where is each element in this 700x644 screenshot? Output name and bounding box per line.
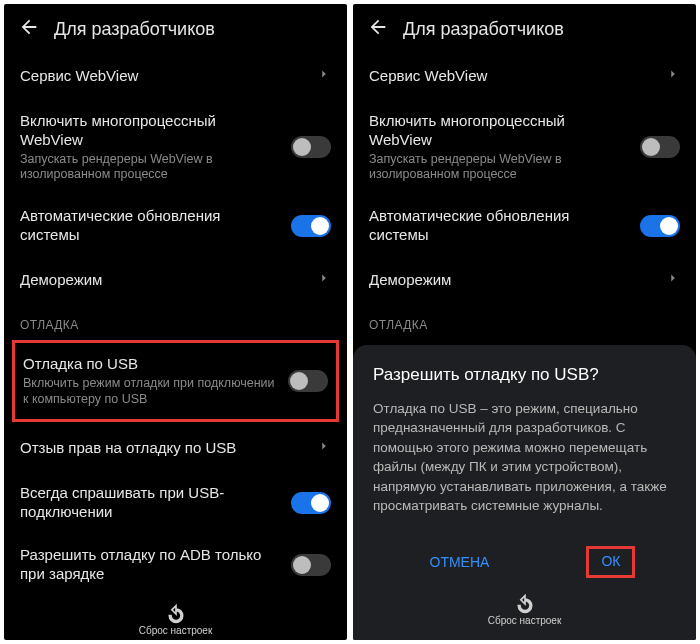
row-title: Автоматические обновления системы — [369, 207, 630, 245]
header: Для разработчиков — [353, 4, 696, 52]
reset-icon — [515, 594, 535, 614]
page-title: Для разработчиков — [403, 19, 564, 40]
dialog-title: Разрешить отладку по USB? — [373, 365, 676, 385]
row-webview-service[interactable]: Сервис WebView — [4, 52, 347, 100]
dialog-body: Отладка по USB – это режим, специально п… — [373, 399, 676, 516]
row-title: Разрешить отладку по ADB только при заря… — [20, 546, 281, 584]
chevron-right-icon — [317, 439, 331, 457]
bottom-bar-reset[interactable]: Сброс настроек — [373, 588, 676, 630]
row-title: Деморежим — [369, 271, 656, 290]
ok-button[interactable]: ОК — [586, 546, 635, 578]
dialog-allow-usb-debug: Разрешить отладку по USB? Отладка по USB… — [353, 345, 696, 640]
row-subtitle: Включить режим отладки при подключении к… — [23, 376, 278, 407]
section-label-debug: ОТЛАДКА — [4, 304, 347, 338]
row-title: Включить многопроцессный WebView — [20, 112, 281, 150]
row-title: Деморежим — [20, 271, 307, 290]
back-icon[interactable] — [18, 16, 40, 42]
chevron-right-icon — [317, 67, 331, 85]
chevron-right-icon — [317, 271, 331, 289]
chevron-right-icon — [666, 67, 680, 85]
bottom-bar-label: Сброс настроек — [488, 615, 562, 626]
header: Для разработчиков — [4, 4, 347, 52]
toggle-auto-update[interactable] — [640, 215, 680, 237]
row-webview-service[interactable]: Сервис WebView — [353, 52, 696, 100]
row-usb-debug[interactable]: Отладка по USB Включить режим отладки пр… — [15, 343, 336, 419]
row-fake-location-app[interactable]: Выбрать приложение для фиктивных — [4, 595, 347, 598]
row-always-ask-usb[interactable]: Всегда спрашивать при USB-подключении — [4, 472, 347, 534]
toggle-multiprocess[interactable] — [640, 136, 680, 158]
row-title: Отладка по USB — [23, 355, 278, 374]
row-demo-mode[interactable]: Деморежим — [353, 256, 696, 304]
row-title: Включить многопроцессный WebView — [369, 112, 630, 150]
row-title: Автоматические обновления системы — [20, 207, 281, 245]
row-multiprocess-webview[interactable]: Включить многопроцессный WebView Запуска… — [353, 100, 696, 195]
bottom-bar-reset[interactable]: Сброс настроек — [4, 598, 347, 640]
bottom-bar-label: Сброс настроек — [139, 625, 213, 636]
chevron-right-icon — [666, 271, 680, 289]
row-title: Всегда спрашивать при USB-подключении — [20, 484, 281, 522]
row-auto-update[interactable]: Автоматические обновления системы — [353, 195, 696, 257]
row-multiprocess-webview[interactable]: Включить многопроцессный WebView Запуска… — [4, 100, 347, 195]
row-auto-update[interactable]: Автоматические обновления системы — [4, 195, 347, 257]
cancel-button[interactable]: ОТМЕНА — [414, 546, 506, 578]
row-subtitle: Запускать рендереры WebView в изолирован… — [20, 152, 281, 183]
row-title: Отзыв прав на отладку по USB — [20, 439, 307, 458]
screen-left: Для разработчиков Сервис WebView Включит… — [4, 4, 347, 640]
row-revoke-usb[interactable]: Отзыв прав на отладку по USB — [4, 424, 347, 472]
toggle-usb-debug[interactable] — [288, 370, 328, 392]
toggle-adb-charge[interactable] — [291, 554, 331, 576]
section-label-debug: ОТЛАДКА — [353, 304, 696, 338]
row-adb-charge-only[interactable]: Разрешить отладку по ADB только при заря… — [4, 534, 347, 596]
dialog-actions: ОТМЕНА ОК — [373, 540, 676, 584]
row-subtitle: Запускать рендереры WebView в изолирован… — [369, 152, 630, 183]
highlight-usb-debug: Отладка по USB Включить режим отладки пр… — [12, 340, 339, 422]
toggle-multiprocess[interactable] — [291, 136, 331, 158]
row-demo-mode[interactable]: Деморежим — [4, 256, 347, 304]
back-icon[interactable] — [367, 16, 389, 42]
toggle-auto-update[interactable] — [291, 215, 331, 237]
reset-icon — [166, 604, 186, 624]
row-title: Сервис WebView — [369, 67, 656, 86]
row-title: Сервис WebView — [20, 67, 307, 86]
toggle-always-ask[interactable] — [291, 492, 331, 514]
settings-list: Сервис WebView Включить многопроцессный … — [4, 52, 347, 598]
page-title: Для разработчиков — [54, 19, 215, 40]
screen-right: Для разработчиков Сервис WebView Включит… — [353, 4, 696, 640]
